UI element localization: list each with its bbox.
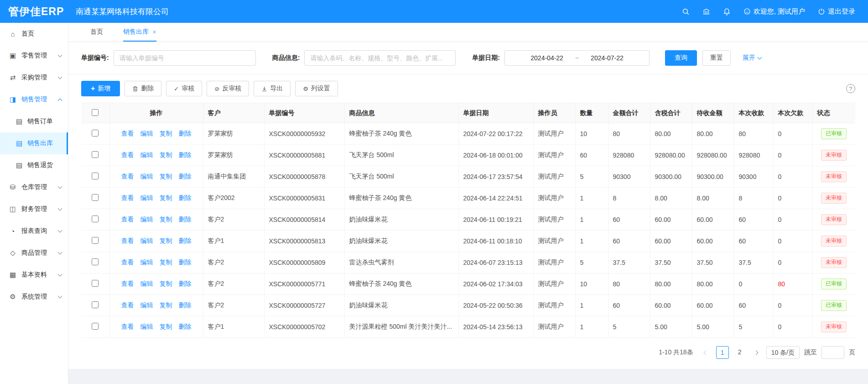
search-icon[interactable] (682, 8, 690, 16)
audit-button[interactable]: ✓ 审核 (166, 81, 202, 96)
delete-link[interactable]: 删除 (179, 301, 192, 309)
delete-link[interactable]: 删除 (179, 216, 192, 223)
help-icon[interactable]: ? (846, 84, 855, 93)
edit-link[interactable]: 编辑 (140, 173, 153, 180)
view-link[interactable]: 查看 (121, 130, 134, 137)
sidebar-item-warehouse[interactable]: ⛁仓库管理 (0, 176, 68, 198)
row-checkbox[interactable] (92, 258, 99, 265)
page-size-select[interactable]: 10 条/页 (766, 346, 800, 359)
copy-link[interactable]: 复制 (160, 194, 172, 201)
sidebar-item-basic-data[interactable]: ▦基本资料 (0, 264, 68, 286)
delete-link[interactable]: 删除 (179, 280, 192, 287)
jump-page-input[interactable] (821, 346, 844, 359)
sidebar-item-purchase[interactable]: ⇄采购管理 (0, 67, 68, 89)
edit-link[interactable]: 编辑 (140, 151, 153, 158)
delete-link[interactable]: 删除 (179, 173, 192, 180)
cell-qty: 1 (575, 231, 608, 252)
view-link[interactable]: 查看 (121, 301, 134, 309)
sidebar-item-system[interactable]: ⚙系统管理 (0, 286, 68, 308)
sidebar-item-goods[interactable]: ◇商品管理 (0, 242, 68, 264)
view-link[interactable]: 查看 (121, 151, 134, 158)
select-all-checkbox[interactable] (92, 109, 99, 116)
edit-link[interactable]: 编辑 (140, 323, 153, 330)
row-checkbox[interactable] (92, 216, 99, 222)
delete-button[interactable]: 删除 (125, 81, 161, 96)
row-checkbox[interactable] (92, 301, 99, 308)
bank-icon[interactable] (702, 8, 710, 16)
row-checkbox[interactable] (92, 237, 99, 244)
page-button-2[interactable]: 2 (733, 346, 746, 359)
copy-link[interactable]: 复制 (160, 130, 172, 137)
tab-home[interactable]: 首页 (90, 23, 103, 42)
column-settings-button[interactable]: ⚙ 列设置 (295, 81, 338, 96)
sidebar-item-finance[interactable]: ◫财务管理 (0, 198, 68, 220)
delete-link[interactable]: 删除 (179, 258, 192, 266)
sidebar-subitem-sales-order[interactable]: ▤销售订单 (0, 110, 68, 132)
view-link[interactable]: 查看 (121, 323, 134, 330)
date-end[interactable]: 2024-07-22 (591, 54, 624, 62)
main-content: 首页 销售出库 × 单据编号: 商品信息: 单据日期: 2024-04-22 (68, 23, 868, 384)
sidebar-subitem-sales-return[interactable]: ▤销售退货 (0, 154, 68, 176)
copy-link[interactable]: 复制 (160, 237, 172, 244)
tab-sales-outbound[interactable]: 销售出库 × (123, 23, 156, 42)
delete-link[interactable]: 删除 (179, 151, 192, 158)
copy-link[interactable]: 复制 (160, 216, 172, 223)
add-button[interactable]: + 新增 (81, 81, 120, 96)
date-range-picker[interactable]: 2024-04-22 ~ 2024-07-22 (504, 50, 650, 66)
row-checkbox[interactable] (92, 151, 99, 158)
cell-received: 80 (734, 123, 773, 145)
copy-link[interactable]: 复制 (160, 151, 172, 158)
reset-button[interactable]: 重置 (702, 50, 731, 66)
row-checkbox[interactable] (92, 173, 99, 179)
view-link[interactable]: 查看 (121, 194, 134, 201)
view-link[interactable]: 查看 (121, 216, 134, 223)
view-link[interactable]: 查看 (121, 173, 134, 180)
copy-link[interactable]: 复制 (160, 280, 172, 287)
edit-link[interactable]: 编辑 (140, 258, 153, 266)
edit-link[interactable]: 编辑 (140, 216, 153, 223)
copy-link[interactable]: 复制 (160, 323, 172, 330)
delete-link[interactable]: 删除 (179, 323, 192, 330)
bill-no-input[interactable] (114, 50, 256, 66)
cell-received: 90300 (734, 166, 773, 188)
date-start[interactable]: 2024-04-22 (530, 54, 563, 62)
edit-link[interactable]: 编辑 (140, 130, 153, 137)
prev-page-button[interactable] (701, 346, 712, 359)
edit-link[interactable]: 编辑 (140, 301, 153, 309)
edit-link[interactable]: 编辑 (140, 194, 153, 201)
logout-button[interactable]: 退出登录 (818, 7, 855, 16)
copy-link[interactable]: 复制 (160, 173, 172, 180)
product-info-input[interactable] (304, 50, 456, 66)
next-page-button[interactable] (751, 346, 762, 359)
row-checkbox[interactable] (92, 280, 99, 287)
sidebar-item-sales[interactable]: ◨销售管理 (0, 89, 68, 110)
sidebar-item-home[interactable]: ⌂首页 (0, 23, 68, 45)
edit-link[interactable]: 编辑 (140, 237, 153, 244)
edit-link[interactable]: 编辑 (140, 280, 153, 287)
export-button[interactable]: 导出 (254, 81, 291, 96)
sidebar-subitem-sales-outbound[interactable]: ▤销售出库 (0, 132, 68, 154)
row-checkbox[interactable] (92, 130, 99, 137)
row-checkbox[interactable] (92, 194, 99, 201)
tab-close-icon[interactable]: × (152, 28, 156, 35)
table-row: 查看编辑复制删除客户2XSCK00000005809雷达杀虫气雾剂2024-06… (81, 252, 855, 274)
unaudit-button[interactable]: ⊘ 反审核 (207, 81, 249, 96)
finance-icon: ◫ (8, 205, 17, 213)
delete-link[interactable]: 删除 (179, 237, 192, 244)
bell-icon[interactable] (723, 8, 731, 16)
sidebar-item-retail[interactable]: ▣零售管理 (0, 45, 68, 67)
search-button[interactable]: 查询 (665, 50, 697, 66)
delete-link[interactable]: 删除 (179, 194, 192, 201)
copy-link[interactable]: 复制 (160, 301, 172, 309)
delete-link[interactable]: 删除 (179, 130, 192, 137)
copy-link[interactable]: 复制 (160, 258, 172, 266)
expand-filters-link[interactable]: 展开 (743, 54, 761, 62)
row-checkbox[interactable] (92, 323, 99, 330)
page-button-1[interactable]: 1 (716, 346, 729, 359)
sidebar-item-report[interactable]: ◔报表查询 (0, 220, 68, 242)
sales-icon: ◨ (8, 95, 17, 104)
view-link[interactable]: 查看 (121, 237, 134, 244)
view-link[interactable]: 查看 (121, 280, 134, 287)
user-welcome[interactable]: 欢迎您, 测试用户 (743, 7, 805, 16)
view-link[interactable]: 查看 (121, 258, 134, 266)
